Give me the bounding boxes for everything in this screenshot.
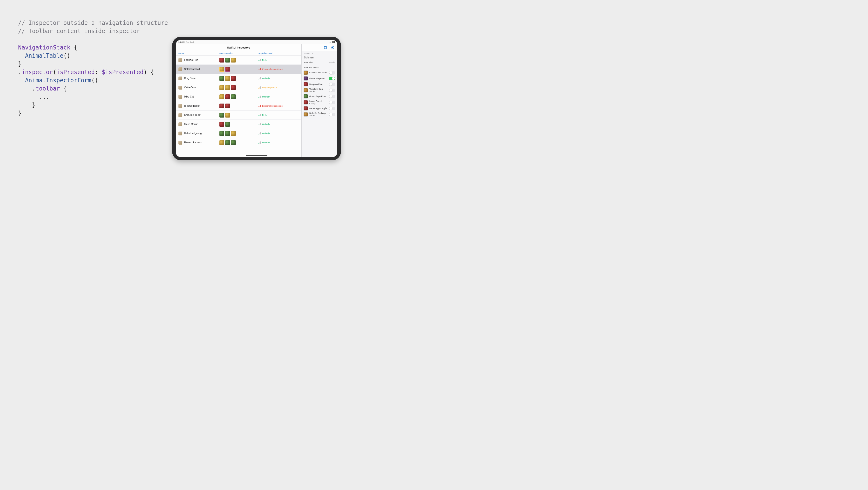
status-bar: 9:41 AM Mon Jun 5	[176, 40, 337, 44]
fruit-icon	[225, 94, 230, 99]
signal-bars-icon	[258, 123, 261, 125]
fruit-toggle[interactable]	[329, 95, 335, 98]
fruit-icon	[225, 67, 230, 72]
table-row[interactable]: Rénard RaccoonUnlikely	[176, 138, 301, 147]
favorite-fruits-cell	[219, 85, 258, 90]
fruit-toggle-label: Green Gage Plum	[309, 95, 328, 97]
suspicion-label: Unlikely	[262, 123, 270, 125]
signal-bars-icon	[258, 132, 261, 135]
animal-avatar	[179, 67, 182, 71]
animal-avatar	[179, 132, 182, 136]
animal-name: Maria Mouse	[184, 123, 198, 125]
paw-size-value[interactable]: Small	[329, 61, 335, 64]
wifi-icon	[329, 41, 331, 43]
battery-icon	[332, 41, 335, 43]
svg-rect-0	[324, 46, 327, 49]
table-row[interactable]: Haku HedgehogUnlikely	[176, 129, 301, 138]
suspicion-cell: Extremely suspicious!	[258, 105, 299, 107]
fruit-toggle-row: Mariposa Plum	[304, 81, 335, 87]
column-header-name[interactable]: Name	[179, 52, 219, 55]
table-row[interactable]: Ricardo RabbitExtremely suspicious!	[176, 102, 301, 111]
fruit-toggle-label: Lapins Sweet Cherry	[309, 100, 328, 105]
ipad-screen: 9:41 AM Mon Jun 5 SwiftUI Inspectors Nam…	[176, 40, 337, 157]
paw-size-label: Paw Size	[304, 61, 313, 64]
animal-name: Catie Crow	[184, 86, 196, 89]
fruit-toggle[interactable]	[329, 71, 335, 75]
suspicion-cell: Fishy	[258, 114, 299, 116]
table-row[interactable]: Cornelius DuckFishy	[176, 111, 301, 120]
fruit-swatch-icon	[304, 94, 308, 98]
suspicion-label: Unlikely	[262, 141, 270, 144]
fruit-toggle-row: Golden Gem Apple	[304, 70, 335, 76]
fruit-toggle-label: Tompkins King Apple	[309, 88, 328, 93]
fruit-icon	[231, 76, 236, 81]
ipad-device-frame: 9:41 AM Mon Jun 5 SwiftUI Inspectors Nam…	[172, 37, 341, 160]
suspicion-cell: Unlikely	[258, 77, 299, 80]
suspicion-cell: Unlikely	[258, 123, 299, 125]
favorite-fruits-cell	[219, 67, 258, 72]
fruit-icon	[225, 131, 230, 136]
favorite-fruits-cell	[219, 58, 258, 62]
signal-bars-icon	[258, 114, 261, 116]
fruit-icon	[219, 122, 224, 127]
statusbar-time: 9:41 AM	[179, 41, 185, 43]
favorite-fruits-cell	[219, 104, 258, 108]
fruit-icon	[225, 58, 230, 62]
fruit-toggle[interactable]	[329, 83, 335, 86]
signal-bars-icon	[258, 141, 261, 144]
table-row[interactable]: Soloman SnailExtremely suspicious!	[176, 65, 301, 74]
favorite-fruits-cell	[219, 131, 258, 136]
fruit-toggle-label: Mariposa Plum	[309, 83, 328, 85]
column-header-suspicion[interactable]: Suspicion Level	[258, 52, 299, 55]
fruit-toggle-row: Green Gage Plum	[304, 93, 335, 99]
compose-icon[interactable]	[323, 46, 328, 49]
table-row[interactable]: Miko CatUnlikely	[176, 92, 301, 102]
animal-name: Fabrizio Fish	[184, 59, 198, 61]
fruit-toggle-row: Belle De Boskoop Apple	[304, 111, 335, 118]
fruit-toggle-row: Flavor King Plum	[304, 76, 335, 81]
suspicion-label: Unlikely	[262, 132, 270, 135]
fruit-icon	[225, 122, 230, 127]
fruit-toggle[interactable]	[329, 100, 335, 104]
suspicion-cell: Unlikely	[258, 132, 299, 135]
fruit-toggle[interactable]	[329, 89, 335, 92]
suspicion-label: Extremely suspicious!	[262, 68, 283, 70]
fruit-icon	[219, 58, 224, 62]
animal-name: Cornelius Duck	[184, 114, 200, 116]
table-row[interactable]: Catie CrowVery suspicious	[176, 83, 301, 92]
suspicion-cell: Very suspicious	[258, 86, 299, 89]
animal-name: Soloman Snail	[184, 68, 199, 70]
fruit-toggle[interactable]	[329, 107, 335, 110]
signal-bars-icon	[258, 95, 261, 98]
favorite-fruits-cell	[219, 94, 258, 99]
fruit-icon	[219, 85, 224, 90]
column-header-fruits[interactable]: Favorite Fruits	[219, 52, 258, 55]
fruit-icon	[219, 76, 224, 81]
fruit-toggle-row: Lapins Sweet Cherry	[304, 99, 335, 106]
fruit-icon	[225, 85, 230, 90]
fruit-icon	[231, 94, 236, 99]
home-indicator	[246, 155, 268, 156]
fruit-swatch-icon	[304, 82, 308, 86]
target-icon[interactable]	[331, 46, 335, 50]
animal-name: Haku Hedgehog	[184, 132, 202, 135]
identity-name-value[interactable]: Soloman	[304, 56, 335, 60]
animal-name: Ricardo Rabbit	[184, 105, 200, 107]
animal-name: Rénard Raccoon	[184, 141, 202, 144]
fruit-icon	[219, 131, 224, 136]
table-row[interactable]: Maria MouseUnlikely	[176, 120, 301, 129]
fruit-icon	[225, 113, 230, 118]
paw-size-row[interactable]: Paw Size Small	[304, 60, 335, 65]
favorite-fruits-cell	[219, 122, 258, 127]
animal-avatar	[179, 122, 182, 126]
table-row[interactable]: Fabrizio FishFishy	[176, 56, 301, 65]
suspicion-label: Fishy	[262, 59, 268, 61]
fruit-icon	[225, 140, 230, 145]
fruit-swatch-icon	[304, 106, 308, 111]
table-body[interactable]: Fabrizio FishFishySoloman SnailExtremely…	[176, 56, 301, 157]
table-row[interactable]: Ding DoveUnlikely	[176, 74, 301, 83]
favorite-fruits-label: Favorite Fruits	[304, 65, 335, 70]
fruit-toggle[interactable]	[329, 113, 335, 116]
suspicion-label: Unlikely	[262, 77, 270, 80]
fruit-toggle[interactable]	[329, 77, 335, 80]
